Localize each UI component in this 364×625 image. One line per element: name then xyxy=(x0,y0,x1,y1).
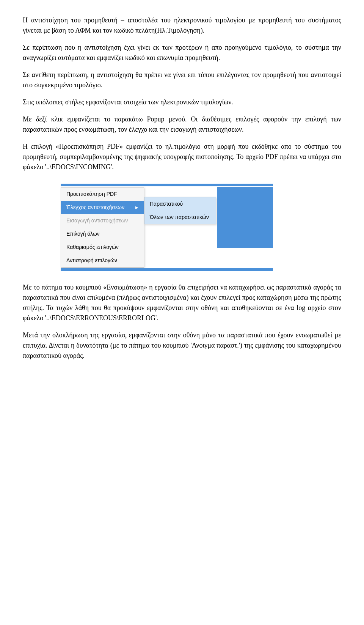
paragraph-5: Με δεξί κλικ εμφανίζεται το παρακάτω Pop… xyxy=(23,114,341,135)
paragraph-1: Η αντιστοίχηση του προμηθευτή – αποστολέ… xyxy=(23,15,341,36)
paragraph-5-text: Με δεξί κλικ εμφανίζεται το παρακάτω Pop… xyxy=(23,115,187,123)
paragraph-7: Η επιλογή «Προεπισκόπηση PDF» εμφανίζει … xyxy=(23,142,341,172)
menu-item-select-all[interactable]: Επιλογή όλων xyxy=(61,227,144,241)
menu-item-pdf-preview[interactable]: Προεπισκόπηση PDF xyxy=(61,187,144,201)
page-content: Η αντιστοίχηση του προμηθευτή – αποστολέ… xyxy=(23,15,341,361)
top-blue-bar xyxy=(61,184,273,186)
right-blue-spacer xyxy=(217,187,273,248)
menu-item-reverse-selection[interactable]: Αντιστροφή επιλογών xyxy=(61,254,144,267)
paragraph-4: Στις υπόλοιπες στήλες εμφανίζονται στοιχ… xyxy=(23,97,341,107)
menu-item-check-matches[interactable]: Έλεγχος αντιστοιχήσεων xyxy=(61,201,144,214)
paragraph-1-text: Η αντιστοίχηση του προμηθευτή – αποστολέ… xyxy=(23,16,341,34)
sub-menu-item-all-documents[interactable]: Όλων των παραστατικών xyxy=(144,211,216,224)
context-menu[interactable]: Προεπισκόπηση PDF Έλεγχος αντιστοιχήσεων… xyxy=(61,187,144,268)
paragraph-8: Με το πάτημα του κουμπιού «Ενσωμάτωση» η… xyxy=(23,282,341,323)
paragraph-8-text: Με το πάτημα του κουμπιού «Ενσωμάτωση» η… xyxy=(23,283,341,322)
paragraph-7-text: Η επιλογή «Προεπισκόπηση PDF» εμφανίζει … xyxy=(23,143,341,171)
paragraph-9: Μετά την ολοκλήρωση της εργασίας εμφανίζ… xyxy=(23,330,341,361)
menu-item-clear-selection[interactable]: Καθαρισμός επιλογών xyxy=(61,241,144,254)
bottom-blue-bar xyxy=(61,268,273,271)
paragraph-3-text: Σε αντίθετη περίπτωση, η αντιστοίχηση θα… xyxy=(23,71,341,89)
paragraph-2: Σε περίπτωση που η αντιστοίχηση έχει γίν… xyxy=(23,43,341,63)
paragraph-9-text: Μετά την ολοκλήρωση της εργασίας εμφανίζ… xyxy=(23,331,341,359)
paragraph-3: Σε αντίθετη περίπτωση, η αντιστοίχηση θα… xyxy=(23,70,341,90)
popup-illustration: Προεπισκόπηση PDF Έλεγχος αντιστοιχήσεων… xyxy=(61,184,318,271)
paragraph-2-text: Σε περίπτωση που η αντιστοίχηση έχει γίν… xyxy=(23,44,341,61)
paragraph-4-text: Στις υπόλοιπες στήλες εμφανίζονται στοιχ… xyxy=(23,98,233,106)
menu-item-insert-matches: Εισαγωγή αντιστοιχήσεων xyxy=(61,214,144,227)
sub-menu-item-document[interactable]: Παραστατικού xyxy=(144,197,216,211)
sub-context-menu[interactable]: Παραστατικού Όλων των παραστατικών xyxy=(144,197,216,224)
